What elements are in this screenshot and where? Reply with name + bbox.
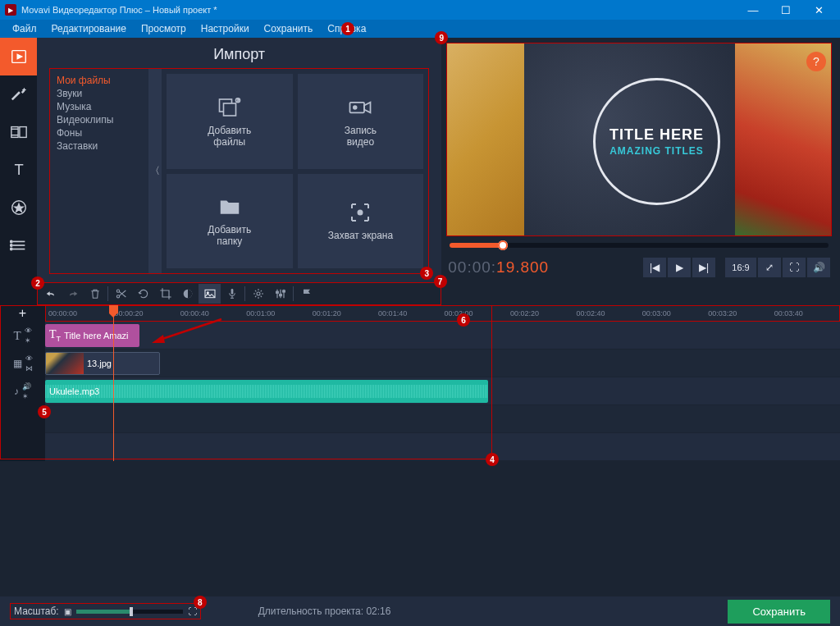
annotation-6: 6 xyxy=(457,313,470,327)
preview-video[interactable]: TITLE HERE AMAZING TITLES ? xyxy=(447,43,831,235)
svg-text:T: T xyxy=(14,161,23,178)
tool-import-button[interactable] xyxy=(0,38,37,75)
prev-frame-button[interactable]: |◀ xyxy=(643,258,666,277)
track-mute-icon[interactable]: 🔊 xyxy=(22,382,31,391)
close-button[interactable]: ✕ xyxy=(802,4,835,16)
preview-title-line2: AMAZING TITLES xyxy=(609,145,704,157)
annotation-2: 2 xyxy=(31,276,44,290)
import-panel-title: Импорт xyxy=(37,38,441,68)
annotation-7: 7 xyxy=(434,275,447,288)
equalizer-button[interactable] xyxy=(269,284,291,304)
category-intros[interactable]: Заставки xyxy=(57,139,142,153)
category-videoclips[interactable]: Видеоклипы xyxy=(57,113,142,126)
tile-add-files[interactable]: Добавить файлы xyxy=(167,74,293,169)
svg-line-34 xyxy=(160,319,221,340)
app-logo-icon: ▶ xyxy=(5,4,16,16)
zoom-out-icon[interactable]: ▣ xyxy=(64,607,71,616)
track-fx-icon[interactable]: ✶ xyxy=(22,392,31,400)
color-adjust-button[interactable] xyxy=(176,284,199,304)
collapse-categories-button[interactable]: 〈 xyxy=(148,69,162,273)
crop-button[interactable] xyxy=(154,284,176,304)
svg-rect-33 xyxy=(282,290,285,292)
play-button[interactable]: ▶ xyxy=(668,258,691,277)
clip-title[interactable]: TT Title here Amazi xyxy=(45,324,139,347)
category-music[interactable]: Музыка xyxy=(57,100,142,113)
popout-button[interactable]: ⤢ xyxy=(758,258,781,277)
delete-button[interactable] xyxy=(84,284,106,304)
fullscreen-button[interactable]: ⛶ xyxy=(783,258,806,277)
preview-frame: TITLE HERE AMAZING TITLES ? xyxy=(446,43,832,236)
tile-add-folder-label: Добавить папку xyxy=(208,224,251,247)
menu-settings[interactable]: Настройки xyxy=(194,23,257,34)
left-toolbar: T xyxy=(0,38,37,282)
marker-button[interactable] xyxy=(295,284,317,304)
window-title: Movavi Видеоредактор Плюс – Новый проект… xyxy=(21,5,217,15)
tool-filters-button[interactable] xyxy=(0,75,37,113)
save-button[interactable]: Сохранить xyxy=(728,600,830,624)
preview-seekbar[interactable] xyxy=(450,243,829,248)
svg-marker-1 xyxy=(17,54,22,59)
annotation-8: 8 xyxy=(194,596,207,609)
svg-marker-8 xyxy=(14,203,22,212)
svg-point-19 xyxy=(354,106,357,109)
clip-audio-label: Ukulele.mp3 xyxy=(49,386,99,396)
clip-video[interactable]: 13.jpg xyxy=(45,352,160,375)
track-titles: T 👁✶ TT Title here Amazi xyxy=(0,322,840,350)
track-visibility-icon[interactable]: 👁 xyxy=(25,327,32,335)
add-track-button[interactable]: + xyxy=(0,305,45,322)
minimize-button[interactable]: — xyxy=(737,4,769,16)
annotation-1: 1 xyxy=(341,22,354,35)
rotate-button[interactable] xyxy=(132,284,154,304)
next-frame-button[interactable]: ▶| xyxy=(692,258,715,277)
tile-add-folder[interactable]: Добавить папку xyxy=(167,174,293,269)
zoom-control-group: Масштаб: ▣ ⛶ 8 xyxy=(10,603,201,619)
clip-video-label: 13.jpg xyxy=(87,359,112,368)
category-backgrounds[interactable]: Фоны xyxy=(57,126,142,139)
menu-save[interactable]: Сохранить xyxy=(257,23,321,34)
image-button[interactable] xyxy=(199,284,221,304)
preview-title-line1: TITLE HERE xyxy=(609,126,704,144)
import-tiles: Добавить файлы Запись видео Добавить пап… xyxy=(162,69,428,273)
svg-rect-26 xyxy=(231,289,233,295)
tile-record-video[interactable]: Запись видео xyxy=(298,74,424,169)
tool-stickers-button[interactable] xyxy=(0,189,37,226)
clip-properties-button[interactable] xyxy=(247,284,269,304)
svg-point-12 xyxy=(10,240,11,242)
zoom-slider[interactable] xyxy=(76,610,183,614)
clip-audio[interactable]: Ukulele.mp3 xyxy=(45,380,488,403)
split-button[interactable] xyxy=(110,284,132,304)
category-sounds[interactable]: Звуки xyxy=(57,87,142,100)
volume-button[interactable]: 🔊 xyxy=(807,258,830,277)
titlebar: ▶ Movavi Видеоредактор Плюс – Новый прое… xyxy=(0,0,840,20)
tile-screen-capture[interactable]: Захват экрана xyxy=(298,174,424,269)
tool-more-button[interactable] xyxy=(0,226,37,264)
category-my-files[interactable]: Мои файлы xyxy=(57,74,142,87)
menu-view[interactable]: Просмотр xyxy=(134,23,194,34)
help-button[interactable]: ? xyxy=(806,52,826,71)
track-fx-icon[interactable]: ✶ xyxy=(25,336,32,345)
zoom-fit-icon[interactable]: ⛶ xyxy=(188,606,197,616)
menu-file[interactable]: Файл xyxy=(5,23,44,34)
track-visibility-icon[interactable]: 👁 xyxy=(25,354,33,363)
mic-button[interactable] xyxy=(221,284,243,304)
tool-transitions-button[interactable] xyxy=(0,113,37,151)
aspect-ratio-button[interactable]: 16:9 xyxy=(725,258,756,277)
import-panel: Импорт Мои файлы Звуки Музыка Видеоклипы… xyxy=(37,38,441,282)
tile-record-video-label: Запись видео xyxy=(345,125,377,148)
track-video: ▦ 👁⋈ 13.jpg xyxy=(0,350,840,377)
tool-titles-button[interactable]: T xyxy=(0,151,37,189)
redo-button[interactable] xyxy=(62,284,84,304)
playhead[interactable] xyxy=(113,305,114,461)
menu-edit[interactable]: Редактирование xyxy=(44,23,134,34)
svg-rect-2 xyxy=(11,127,17,138)
track-link-icon[interactable]: ⋈ xyxy=(25,364,33,372)
tile-add-files-label: Добавить файлы xyxy=(208,125,251,148)
svg-point-27 xyxy=(257,292,260,295)
maximize-button[interactable]: ☐ xyxy=(769,4,802,16)
svg-rect-3 xyxy=(19,127,25,138)
svg-rect-16 xyxy=(223,103,235,116)
import-categories: Мои файлы Звуки Музыка Видеоклипы Фоны З… xyxy=(50,69,148,273)
clip-title-label: Title here Amazi xyxy=(64,331,128,340)
svg-rect-32 xyxy=(279,295,281,296)
track-audio: ♪ 🔊✶ Ukulele.mp3 xyxy=(0,377,840,405)
